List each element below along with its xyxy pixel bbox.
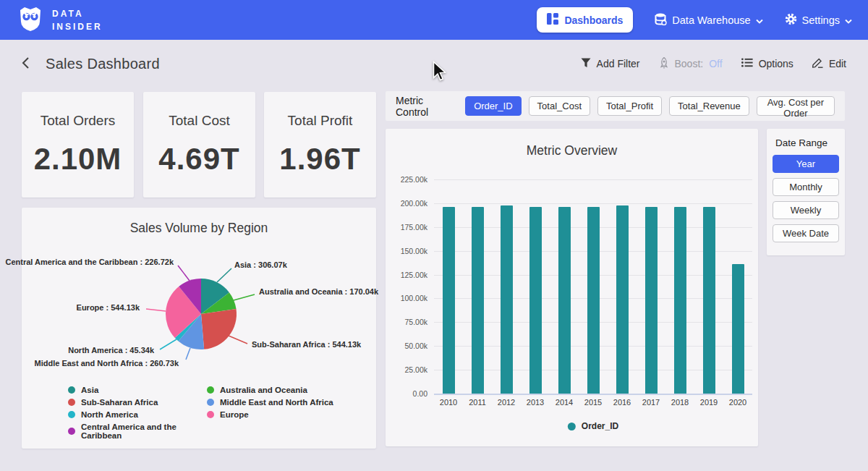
app-window: DATA INSIDER Dashboards bbox=[0, 0, 868, 471]
dashboard-grid-icon bbox=[547, 13, 558, 27]
filter-funnel-icon bbox=[581, 58, 591, 70]
kpi-label: Total Orders bbox=[41, 113, 115, 129]
y-axis-tick: 225.00k bbox=[390, 175, 427, 184]
bar-2017[interactable] bbox=[645, 207, 658, 394]
options-button[interactable]: Options bbox=[741, 58, 793, 69]
gridline bbox=[434, 203, 752, 204]
brand-logo[interactable]: DATA INSIDER bbox=[16, 4, 103, 36]
brand-name: DATA INSIDER bbox=[52, 7, 103, 33]
x-axis-tick: 2020 bbox=[729, 398, 746, 407]
pie-leader-line bbox=[229, 336, 247, 344]
legend-dot bbox=[207, 399, 214, 406]
pie-legend-item-asia[interactable]: Asia bbox=[68, 386, 207, 394]
date-range-option-week-date[interactable]: Week Date bbox=[773, 224, 839, 242]
pie-label-australia-and-oceania: Australia and Oceania : 170.04k bbox=[259, 287, 378, 296]
kpi-value: 1.96T bbox=[279, 142, 360, 177]
pie-chart-title: Sales Volume by Region bbox=[22, 208, 376, 236]
pie-label-europe: Europe : 544.13k bbox=[77, 303, 140, 312]
metric-option-total-revenue[interactable]: Total_Revenue bbox=[669, 96, 749, 116]
bar-chart: 0.0025.00k50.00k75.00k100.00k125.00k150.… bbox=[386, 129, 758, 446]
kpi-label: Total Profit bbox=[288, 113, 353, 129]
bar-2016[interactable] bbox=[616, 205, 629, 394]
date-range-options: YearMonthlyWeeklyWeek Date bbox=[773, 155, 839, 242]
date-range-label: Date Range bbox=[775, 137, 839, 148]
legend-dot bbox=[68, 428, 75, 435]
bar-chart-card: Metric Overview 0.0025.00k50.00k75.00k10… bbox=[386, 129, 758, 446]
edit-label: Edit bbox=[829, 58, 846, 69]
y-axis-tick: 150.00k bbox=[390, 247, 427, 255]
date-range-option-year[interactable]: Year bbox=[773, 155, 839, 173]
back-chevron-icon bbox=[22, 56, 30, 72]
pie-legend-item-central-america-and-the-caribbean[interactable]: Central America and the Caribbean bbox=[68, 423, 207, 440]
date-range-option-monthly[interactable]: Monthly bbox=[773, 178, 839, 196]
x-axis-tick: 2016 bbox=[613, 398, 631, 407]
bar-chart-legend[interactable]: Order_ID bbox=[568, 421, 618, 431]
pie-chart-card: Sales Volume by Region Asia : 306.07kAus… bbox=[22, 208, 376, 449]
rocket-icon bbox=[659, 57, 669, 71]
y-axis-tick: 0.00 bbox=[390, 389, 427, 398]
boost-value: Off bbox=[709, 58, 722, 69]
x-axis-tick: 2013 bbox=[527, 398, 544, 407]
date-range-card: Date Range YearMonthlyWeeklyWeek Date bbox=[767, 129, 845, 255]
bar-2013[interactable] bbox=[529, 207, 542, 394]
dashboards-button[interactable]: Dashboards bbox=[537, 7, 633, 33]
y-axis-tick: 175.00k bbox=[390, 223, 427, 232]
metric-option-order-id[interactable]: Order_ID bbox=[465, 96, 521, 116]
boost-label: Boost: bbox=[675, 58, 704, 69]
kpi-card-total-profit: Total Profit 1.96T bbox=[264, 92, 376, 198]
pie-leader-line bbox=[146, 309, 166, 311]
gear-icon bbox=[785, 13, 797, 27]
kpi-value: 2.10M bbox=[34, 142, 122, 177]
y-axis-tick: 100.00k bbox=[390, 294, 427, 302]
metric-option-total-profit[interactable]: Total_Profit bbox=[597, 96, 662, 116]
gridline bbox=[434, 179, 752, 180]
bar-2020[interactable] bbox=[732, 264, 744, 394]
y-axis-tick: 25.00k bbox=[390, 365, 427, 374]
metric-option-total-cost[interactable]: Total_Cost bbox=[529, 96, 590, 116]
pie-legend-item-australia-and-oceania[interactable]: Australia and Oceania bbox=[207, 386, 333, 394]
bar-2012[interactable] bbox=[501, 205, 513, 394]
brand-line1: DATA bbox=[52, 7, 103, 20]
legend-dot bbox=[68, 399, 75, 406]
legend-label: Order_ID bbox=[582, 421, 618, 431]
legend-label: Australia and Oceania bbox=[220, 386, 307, 394]
x-axis-tick: 2012 bbox=[498, 398, 515, 407]
pie-leader-line bbox=[217, 268, 231, 282]
owl-logo-icon bbox=[16, 4, 45, 36]
pie-label-asia: Asia : 306.07k bbox=[234, 260, 287, 269]
pie-legend-item-north-america[interactable]: North America bbox=[68, 410, 207, 419]
data-warehouse-menu[interactable]: Data Warehouse bbox=[655, 13, 762, 27]
metric-option-avg-cost-per-order[interactable]: Avg. Cost per Order bbox=[757, 96, 835, 116]
database-icon bbox=[655, 13, 667, 27]
bar-2011[interactable] bbox=[472, 207, 484, 394]
pie-legend-item-middle-east-and-north-africa[interactable]: Middle East and North Africa bbox=[207, 398, 333, 407]
brand-line2: INSIDER bbox=[52, 20, 103, 33]
legend-label: Central America and the Caribbean bbox=[81, 423, 207, 440]
pie-slice-sub-saharan-africa[interactable] bbox=[201, 309, 237, 349]
edit-button[interactable]: Edit bbox=[812, 57, 846, 70]
pie-legend-item-europe[interactable]: Europe bbox=[207, 410, 333, 419]
pie-legend-item-sub-saharan-africa[interactable]: Sub-Saharan Africa bbox=[68, 398, 207, 407]
settings-menu[interactable]: Settings bbox=[785, 13, 852, 27]
x-axis-tick: 2018 bbox=[671, 398, 689, 407]
pencil-icon bbox=[812, 57, 823, 70]
bar-2019[interactable] bbox=[703, 207, 715, 394]
legend-dot bbox=[68, 411, 75, 418]
bar-2015[interactable] bbox=[587, 207, 600, 394]
legend-dot bbox=[207, 411, 214, 418]
bar-2018[interactable] bbox=[674, 207, 686, 394]
date-range-option-weekly[interactable]: Weekly bbox=[773, 201, 839, 219]
settings-label: Settings bbox=[802, 14, 840, 26]
y-axis-tick: 50.00k bbox=[390, 341, 427, 350]
x-axis-tick: 2015 bbox=[584, 398, 602, 407]
page-title: Sales Dashboard bbox=[46, 56, 160, 72]
x-axis-tick: 2011 bbox=[469, 398, 486, 407]
pie-legend: AsiaAustralia and OceaniaSub-Saharan Afr… bbox=[68, 386, 333, 440]
back-button[interactable] bbox=[22, 56, 30, 72]
x-axis-tick: 2017 bbox=[642, 398, 660, 407]
bar-2010[interactable] bbox=[443, 207, 455, 394]
boost-toggle[interactable]: Boost: Off bbox=[659, 57, 723, 71]
bar-2014[interactable] bbox=[558, 207, 571, 394]
legend-label: Europe bbox=[220, 410, 249, 419]
add-filter-button[interactable]: Add Filter bbox=[581, 58, 640, 70]
